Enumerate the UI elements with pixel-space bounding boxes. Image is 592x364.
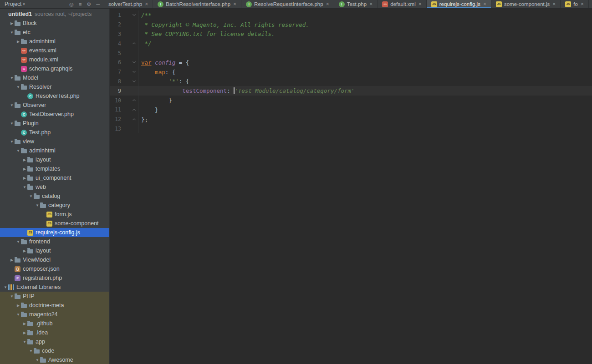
tree-item-observer[interactable]: ▼Observer: [0, 101, 109, 110]
tree-item-module-xml[interactable]: <>module.xml: [0, 55, 109, 64]
tree-item-frontend[interactable]: ▼frontend: [0, 237, 109, 246]
collapsed-arrow-icon[interactable]: ▶: [9, 258, 15, 262]
expanded-arrow-icon[interactable]: ▼: [9, 140, 15, 144]
expanded-arrow-icon[interactable]: ▼: [22, 340, 27, 344]
tree-item-php[interactable]: ▼PHP: [0, 292, 109, 301]
fold-end-icon[interactable]: [121, 108, 138, 111]
expanded-arrow-icon[interactable]: ▼: [9, 121, 15, 126]
close-tab-icon[interactable]: ×: [233, 1, 236, 7]
expanded-arrow-icon[interactable]: ▼: [9, 76, 15, 80]
code-line[interactable]: * See COPYING.txt for license details.: [138, 30, 275, 37]
expanded-arrow-icon[interactable]: ▼: [35, 203, 40, 207]
close-tab-icon[interactable]: ×: [483, 1, 486, 7]
tree-item-resolver[interactable]: ▼Resolver: [0, 82, 109, 91]
gear-icon[interactable]: ⚙: [87, 2, 91, 7]
tree-item-registration-php[interactable]: Pregistration.php: [0, 273, 109, 283]
fold-start-icon[interactable]: [121, 81, 138, 82]
expanded-arrow-icon[interactable]: ▼: [15, 240, 21, 244]
locate-icon[interactable]: ◎: [69, 2, 74, 7]
tree-item-model[interactable]: ▼Model: [0, 73, 109, 82]
code-line[interactable]: map: {: [138, 69, 175, 76]
expanded-arrow-icon[interactable]: ▼: [35, 358, 40, 362]
code-line[interactable]: * Copyright © Magento, Inc. All rights r…: [138, 21, 309, 28]
code-line[interactable]: }: [138, 97, 172, 104]
tab-resolverequestinterface-php[interactable]: IResolveRequestInterface.php×: [241, 0, 334, 8]
code-line[interactable]: /**: [138, 12, 152, 19]
tree-item-viewmodel[interactable]: ▶ViewModel: [0, 255, 109, 264]
tree-item-awesome[interactable]: ▼Awesome: [0, 355, 109, 364]
tree-item-composer-json[interactable]: {}composer.json: [0, 264, 109, 273]
collapsed-arrow-icon[interactable]: ▶: [22, 322, 27, 326]
tree-item-category[interactable]: ▼category: [0, 201, 109, 210]
collapsed-arrow-icon[interactable]: ▶: [22, 249, 27, 253]
tree-item-some-component[interactable]: JSsome-component: [0, 219, 109, 228]
tree-item-catalog[interactable]: ▼catalog: [0, 192, 109, 201]
collapsed-arrow-icon[interactable]: ▶: [15, 303, 21, 308]
tree-item-external-libraries[interactable]: ▼External Libraries: [0, 283, 109, 292]
tree-item-untitled1[interactable]: untitled1sources root, ~/projects: [0, 10, 109, 19]
tab-test-php[interactable]: ITest.php×: [334, 0, 378, 8]
collapsed-arrow-icon[interactable]: ▶: [9, 21, 15, 25]
fold-start-icon[interactable]: [121, 15, 138, 15]
close-tab-icon[interactable]: ×: [581, 1, 584, 7]
tree-item-doctrine-meta[interactable]: ▶doctrine-meta: [0, 301, 109, 310]
code-line[interactable]: testComponent: 'Test_Module/catalog/cate…: [138, 87, 355, 94]
collapsed-arrow-icon[interactable]: ▶: [22, 158, 27, 162]
tab-requirejs-config-js[interactable]: JSrequirejs-config.js×: [427, 0, 491, 8]
tree-item-testobserver-php[interactable]: CTestObserver.php: [0, 110, 109, 119]
code-line[interactable]: var config = {: [138, 59, 189, 66]
tree-item-web[interactable]: ▼web: [0, 182, 109, 192]
tree-item-code[interactable]: ▼code: [0, 346, 109, 355]
code-line[interactable]: };: [138, 116, 148, 123]
fold-end-icon[interactable]: [121, 42, 138, 45]
tree-item-templates[interactable]: ▶templates: [0, 164, 109, 173]
collapse-all-icon[interactable]: ≡: [79, 2, 82, 7]
tree-item-layout[interactable]: ▶layout: [0, 155, 109, 164]
code-line[interactable]: }: [138, 106, 158, 113]
close-tab-icon[interactable]: ×: [145, 1, 148, 7]
fold-end-icon[interactable]: [121, 118, 138, 121]
tab-default-xml[interactable]: <>default.xml×: [378, 0, 427, 8]
tree-item-form-js[interactable]: JSform.js: [0, 210, 109, 219]
tree-item-adminhtml[interactable]: ▶adminhtml: [0, 37, 109, 46]
code-line[interactable]: '*': {: [138, 78, 189, 85]
tree-item-adminhtml[interactable]: ▼adminhtml: [0, 146, 109, 155]
code-line[interactable]: */: [138, 40, 152, 47]
tree-item-resolvertest-php[interactable]: CResolverTest.php: [0, 91, 109, 101]
tree-item-plugin[interactable]: ▼Plugin: [0, 119, 109, 128]
fold-start-icon[interactable]: [121, 71, 138, 72]
close-tab-icon[interactable]: ×: [552, 1, 556, 7]
expanded-arrow-icon[interactable]: ▼: [28, 194, 34, 198]
tab-fo[interactable]: JSfo×: [561, 0, 589, 8]
tab-batchresolverinterface-php[interactable]: IBatchResolverInterface.php×: [153, 0, 241, 8]
tree-item-etc[interactable]: ▼etc: [0, 28, 109, 37]
editor[interactable]: 1/**2 * Copyright © Magento, Inc. All ri…: [110, 9, 592, 364]
close-tab-icon[interactable]: ×: [369, 1, 373, 7]
expanded-arrow-icon[interactable]: ▼: [22, 185, 27, 189]
close-tab-icon[interactable]: ×: [326, 1, 329, 7]
expanded-arrow-icon[interactable]: ▼: [9, 30, 15, 35]
collapsed-arrow-icon[interactable]: ▶: [15, 40, 21, 44]
tree-item-app[interactable]: ▼app: [0, 337, 109, 346]
fold-end-icon[interactable]: [121, 99, 138, 102]
expanded-arrow-icon[interactable]: ▼: [15, 149, 21, 153]
fold-start-icon[interactable]: [121, 62, 138, 63]
tree-item-events-xml[interactable]: <>events.xml: [0, 46, 109, 55]
tree-item-ui-component[interactable]: ▶ui_component: [0, 173, 109, 182]
tree-item-github[interactable]: ▶.github: [0, 319, 109, 328]
expanded-arrow-icon[interactable]: ▼: [28, 349, 34, 353]
tree-item-view[interactable]: ▼view: [0, 137, 109, 146]
expanded-arrow-icon[interactable]: ▼: [9, 103, 15, 107]
tab-some-component-js[interactable]: JSsome-component.js×: [491, 0, 561, 8]
tree-item-requirejs-config-js[interactable]: JSrequirejs-config.js: [0, 228, 109, 237]
tree-item-schema-graphqls[interactable]: Gschema.graphqls: [0, 64, 109, 73]
project-view-selector[interactable]: Project ▾: [5, 1, 25, 7]
tree-item-magento24[interactable]: ▼magento24: [0, 310, 109, 319]
collapsed-arrow-icon[interactable]: ▶: [22, 167, 27, 171]
tree-item-test-php[interactable]: CTest.php: [0, 128, 109, 137]
expanded-arrow-icon[interactable]: ▼: [15, 313, 21, 317]
tree-item-block[interactable]: ▶Block: [0, 19, 109, 28]
expanded-arrow-icon[interactable]: ▼: [9, 294, 15, 298]
expanded-arrow-icon[interactable]: ▼: [3, 285, 8, 289]
expanded-arrow-icon[interactable]: ▼: [15, 85, 21, 89]
